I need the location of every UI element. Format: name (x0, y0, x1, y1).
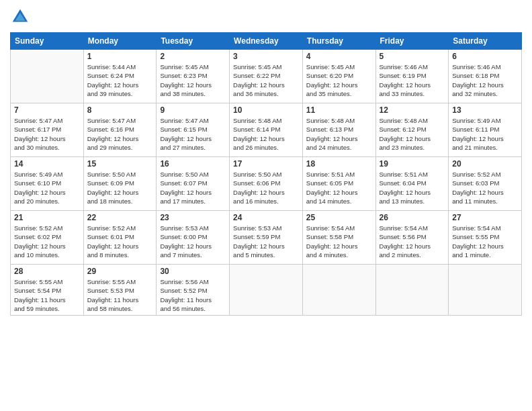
day-number: 2 (160, 52, 226, 61)
day-info: Sunrise: 5:47 AMSunset: 6:17 PMDaylight:… (14, 116, 80, 152)
calendar-cell: 6Sunrise: 5:46 AMSunset: 6:18 PMDaylight… (449, 50, 522, 103)
col-header-thursday: Thursday (302, 33, 375, 50)
calendar-cell: 25Sunrise: 5:54 AMSunset: 5:58 PMDayligh… (302, 211, 375, 265)
calendar-cell: 24Sunrise: 5:53 AMSunset: 5:59 PMDayligh… (230, 211, 303, 265)
day-number: 20 (452, 159, 518, 169)
day-number: 17 (233, 159, 299, 169)
day-info: Sunrise: 5:52 AMSunset: 6:01 PMDaylight:… (87, 224, 153, 259)
calendar-cell: 28Sunrise: 5:55 AMSunset: 5:54 PMDayligh… (11, 265, 84, 316)
day-info: Sunrise: 5:55 AMSunset: 5:53 PMDaylight:… (87, 277, 153, 313)
day-info: Sunrise: 5:48 AMSunset: 6:12 PMDaylight:… (380, 116, 445, 152)
day-info: Sunrise: 5:50 AMSunset: 6:09 PMDaylight:… (87, 170, 153, 205)
day-info: Sunrise: 5:46 AMSunset: 6:19 PMDaylight:… (380, 62, 445, 98)
col-header-saturday: Saturday (449, 33, 522, 50)
week-row-2: 7Sunrise: 5:47 AMSunset: 6:17 PMDaylight… (11, 103, 522, 157)
calendar-cell (302, 265, 375, 316)
calendar-cell: 14Sunrise: 5:49 AMSunset: 6:10 PMDayligh… (11, 157, 84, 211)
calendar-cell: 23Sunrise: 5:53 AMSunset: 6:00 PMDayligh… (157, 211, 230, 265)
calendar-cell: 26Sunrise: 5:54 AMSunset: 5:56 PMDayligh… (375, 211, 449, 265)
day-number: 30 (160, 267, 226, 276)
day-number: 21 (14, 213, 80, 222)
day-number: 23 (160, 213, 226, 222)
day-info: Sunrise: 5:53 AMSunset: 6:00 PMDaylight:… (160, 224, 226, 259)
day-number: 12 (380, 105, 445, 115)
day-info: Sunrise: 5:49 AMSunset: 6:10 PMDaylight:… (14, 170, 80, 205)
day-info: Sunrise: 5:45 AMSunset: 6:23 PMDaylight:… (160, 62, 226, 98)
logo-icon (10, 7, 30, 27)
day-info: Sunrise: 5:47 AMSunset: 6:16 PMDaylight:… (87, 116, 153, 152)
calendar-cell: 16Sunrise: 5:50 AMSunset: 6:07 PMDayligh… (157, 157, 230, 211)
day-info: Sunrise: 5:45 AMSunset: 6:20 PMDaylight:… (306, 62, 372, 98)
calendar-cell: 2Sunrise: 5:45 AMSunset: 6:23 PMDaylight… (157, 50, 230, 103)
calendar: SundayMondayTuesdayWednesdayThursdayFrid… (10, 32, 522, 316)
day-info: Sunrise: 5:46 AMSunset: 6:18 PMDaylight:… (452, 62, 518, 98)
page-header (10, 7, 522, 27)
day-number: 29 (87, 267, 153, 276)
week-row-5: 28Sunrise: 5:55 AMSunset: 5:54 PMDayligh… (11, 265, 522, 316)
day-info: Sunrise: 5:49 AMSunset: 6:11 PMDaylight:… (452, 116, 518, 152)
day-info: Sunrise: 5:50 AMSunset: 6:07 PMDaylight:… (160, 170, 226, 205)
day-info: Sunrise: 5:50 AMSunset: 6:06 PMDaylight:… (233, 170, 299, 205)
col-header-wednesday: Wednesday (230, 33, 303, 50)
calendar-cell: 13Sunrise: 5:49 AMSunset: 6:11 PMDayligh… (449, 103, 522, 157)
calendar-cell: 20Sunrise: 5:52 AMSunset: 6:03 PMDayligh… (449, 157, 522, 211)
day-number: 7 (14, 105, 80, 115)
calendar-cell (11, 50, 84, 103)
day-number: 18 (306, 159, 372, 169)
week-row-4: 21Sunrise: 5:52 AMSunset: 6:02 PMDayligh… (11, 211, 522, 265)
day-number: 22 (87, 213, 153, 222)
day-number: 26 (380, 213, 445, 222)
day-number: 1 (87, 52, 153, 61)
day-info: Sunrise: 5:54 AMSunset: 5:56 PMDaylight:… (380, 224, 445, 259)
day-info: Sunrise: 5:52 AMSunset: 6:03 PMDaylight:… (452, 170, 518, 205)
day-number: 16 (160, 159, 226, 169)
calendar-cell: 15Sunrise: 5:50 AMSunset: 6:09 PMDayligh… (83, 157, 157, 211)
calendar-cell: 1Sunrise: 5:44 AMSunset: 6:24 PMDaylight… (83, 50, 157, 103)
calendar-cell: 21Sunrise: 5:52 AMSunset: 6:02 PMDayligh… (11, 211, 84, 265)
calendar-cell: 10Sunrise: 5:48 AMSunset: 6:14 PMDayligh… (230, 103, 303, 157)
calendar-cell (230, 265, 303, 316)
day-info: Sunrise: 5:54 AMSunset: 5:55 PMDaylight:… (452, 224, 518, 259)
day-number: 19 (380, 159, 445, 169)
day-number: 11 (306, 105, 372, 115)
day-info: Sunrise: 5:52 AMSunset: 6:02 PMDaylight:… (14, 224, 80, 259)
calendar-cell: 19Sunrise: 5:51 AMSunset: 6:04 PMDayligh… (375, 157, 449, 211)
day-info: Sunrise: 5:55 AMSunset: 5:54 PMDaylight:… (14, 277, 80, 313)
day-number: 5 (380, 52, 445, 61)
calendar-cell: 3Sunrise: 5:45 AMSunset: 6:22 PMDaylight… (230, 50, 303, 103)
day-number: 8 (87, 105, 153, 115)
day-number: 27 (452, 213, 518, 222)
day-number: 14 (14, 159, 80, 169)
calendar-cell: 5Sunrise: 5:46 AMSunset: 6:19 PMDaylight… (375, 50, 449, 103)
calendar-cell: 7Sunrise: 5:47 AMSunset: 6:17 PMDaylight… (11, 103, 84, 157)
day-info: Sunrise: 5:53 AMSunset: 5:59 PMDaylight:… (233, 224, 299, 259)
week-row-3: 14Sunrise: 5:49 AMSunset: 6:10 PMDayligh… (11, 157, 522, 211)
col-header-monday: Monday (83, 33, 157, 50)
day-info: Sunrise: 5:56 AMSunset: 5:52 PMDaylight:… (160, 277, 226, 313)
day-info: Sunrise: 5:44 AMSunset: 6:24 PMDaylight:… (87, 62, 153, 98)
col-header-friday: Friday (375, 33, 449, 50)
calendar-cell (449, 265, 522, 316)
calendar-header-row: SundayMondayTuesdayWednesdayThursdayFrid… (11, 33, 522, 50)
day-number: 24 (233, 213, 299, 222)
day-info: Sunrise: 5:48 AMSunset: 6:13 PMDaylight:… (306, 116, 372, 152)
calendar-cell: 30Sunrise: 5:56 AMSunset: 5:52 PMDayligh… (157, 265, 230, 316)
calendar-cell: 12Sunrise: 5:48 AMSunset: 6:12 PMDayligh… (375, 103, 449, 157)
calendar-cell: 11Sunrise: 5:48 AMSunset: 6:13 PMDayligh… (302, 103, 375, 157)
calendar-cell: 18Sunrise: 5:51 AMSunset: 6:05 PMDayligh… (302, 157, 375, 211)
day-number: 6 (452, 52, 518, 61)
day-number: 28 (14, 267, 80, 276)
day-info: Sunrise: 5:51 AMSunset: 6:05 PMDaylight:… (306, 170, 372, 205)
day-number: 10 (233, 105, 299, 115)
day-number: 4 (306, 52, 372, 61)
calendar-cell: 9Sunrise: 5:47 AMSunset: 6:15 PMDaylight… (157, 103, 230, 157)
day-info: Sunrise: 5:48 AMSunset: 6:14 PMDaylight:… (233, 116, 299, 152)
day-info: Sunrise: 5:51 AMSunset: 6:04 PMDaylight:… (380, 170, 445, 205)
calendar-cell: 17Sunrise: 5:50 AMSunset: 6:06 PMDayligh… (230, 157, 303, 211)
calendar-cell: 29Sunrise: 5:55 AMSunset: 5:53 PMDayligh… (83, 265, 157, 316)
calendar-cell: 8Sunrise: 5:47 AMSunset: 6:16 PMDaylight… (83, 103, 157, 157)
week-row-1: 1Sunrise: 5:44 AMSunset: 6:24 PMDaylight… (11, 50, 522, 103)
col-header-sunday: Sunday (11, 33, 84, 50)
col-header-tuesday: Tuesday (157, 33, 230, 50)
day-number: 25 (306, 213, 372, 222)
